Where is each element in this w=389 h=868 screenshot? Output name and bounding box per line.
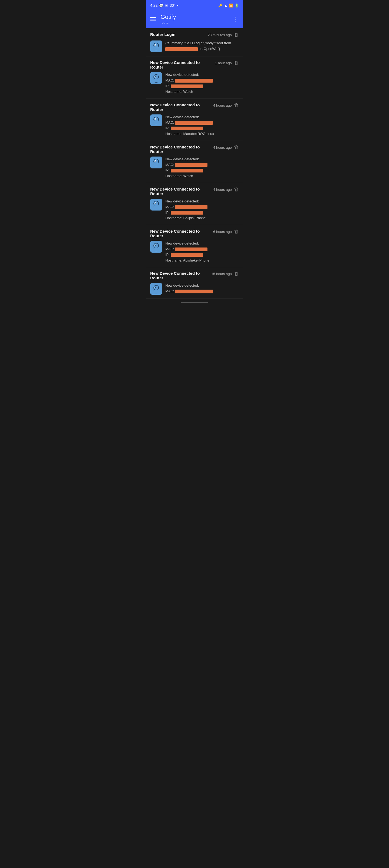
status-right: 🔑 ▲ 📶 🔋	[218, 3, 239, 7]
svg-point-36	[155, 203, 156, 204]
svg-point-28	[155, 161, 156, 161]
status-bar: 4:22 💬 ✉ 30° • 🔑 ▲ 📶 🔋	[146, 0, 243, 11]
notification-title: New Device Connected to Router	[150, 229, 213, 238]
notification-header: New Device Connected to Router 1 hour ag…	[150, 60, 239, 69]
more-options-button[interactable]: ⋮	[233, 16, 239, 22]
home-indicator-bar	[181, 302, 208, 303]
notification-body: {"summary":"SSH Login","body":"root from…	[150, 40, 239, 52]
notification-time: 15 hours ago	[211, 272, 232, 276]
redacted-mac	[175, 163, 207, 167]
dot-indicator: •	[177, 3, 178, 7]
redacted-ip	[171, 169, 203, 173]
app-subtitle: router	[161, 21, 176, 25]
app-icon-avatar	[150, 199, 162, 211]
notification-header: New Device Connected to Router 6 hours a…	[150, 229, 239, 238]
notification-text-device-1: New device detected: MAC: IP: Hostname: …	[165, 72, 239, 94]
notification-time: 4 hours ago	[213, 103, 232, 107]
notification-title: New Device Connected to Router	[150, 145, 213, 154]
notification-text-device-4: New device detected: MAC: IP: Hostname: …	[165, 199, 239, 221]
redacted-mac	[175, 289, 213, 293]
notification-meta: 15 hours ago 🗑	[211, 271, 239, 277]
temperature-display: 30°	[170, 3, 175, 7]
svg-rect-15	[153, 80, 159, 82]
notification-body: New device detected: MAC: IP: Hostname: …	[150, 241, 239, 263]
app-icon-avatar	[150, 115, 162, 126]
notification-header: New Device Connected to Router 4 hours a…	[150, 145, 239, 154]
delete-button[interactable]: 🗑	[234, 32, 239, 38]
app-bar-left: Gotify router	[150, 13, 176, 25]
notification-header: Router Login 23 minutes ago 🗑	[150, 32, 239, 38]
whatsapp-icon: 💬	[159, 3, 163, 7]
redacted-mac	[175, 121, 213, 125]
app-icon-avatar	[150, 283, 162, 295]
notification-card-device-2: New Device Connected to Router 4 hours a…	[146, 99, 243, 141]
app-title: Gotify	[161, 13, 176, 21]
svg-point-20	[155, 119, 156, 119]
redacted-mac	[175, 205, 207, 209]
notification-card-router-login: Router Login 23 minutes ago 🗑	[146, 28, 243, 56]
notification-title: New Device Connected to Router	[150, 60, 215, 69]
app-icon-avatar	[150, 40, 162, 52]
redacted-ip	[171, 127, 203, 130]
notification-card-device-4: New Device Connected to Router 4 hours a…	[146, 183, 243, 225]
notification-text-device-3: New device detected: MAC: IP: Hostname: …	[165, 157, 239, 179]
svg-rect-7	[153, 49, 159, 51]
app-icon-avatar	[150, 72, 162, 84]
notification-time: 6 hours ago	[213, 230, 232, 234]
notification-body: New device detected: MAC: IP: Hostname: …	[150, 115, 239, 137]
notification-card-device-1: New Device Connected to Router 1 hour ag…	[146, 56, 243, 98]
status-left: 4:22 💬 ✉ 30° •	[150, 3, 178, 7]
delete-button[interactable]: 🗑	[234, 229, 239, 235]
app-bar: Gotify router ⋮	[146, 11, 243, 28]
notification-meta: 4 hours ago 🗑	[213, 102, 239, 108]
notification-card-device-3: New Device Connected to Router 4 hours a…	[146, 141, 243, 183]
notification-time: 4 hours ago	[213, 188, 232, 192]
delete-button[interactable]: 🗑	[234, 145, 239, 150]
redacted-ip	[171, 253, 203, 257]
delete-button[interactable]: 🗑	[234, 271, 239, 277]
notification-meta: 23 minutes ago 🗑	[208, 32, 239, 38]
svg-rect-31	[153, 165, 159, 167]
delete-button[interactable]: 🗑	[234, 187, 239, 192]
notification-header: New Device Connected to Router 4 hours a…	[150, 187, 239, 196]
notification-body: New device detected: MAC:	[150, 283, 239, 295]
redacted-ip	[171, 85, 203, 88]
wifi-icon: ▲	[224, 3, 227, 7]
svg-rect-39	[153, 207, 159, 209]
notification-card-device-5: New Device Connected to Router 6 hours a…	[146, 225, 243, 267]
svg-rect-47	[153, 249, 159, 251]
svg-rect-55	[153, 291, 159, 293]
notification-body: New device detected: MAC: IP: Hostname: …	[150, 157, 239, 179]
notification-header: New Device Connected to Router 15 hours …	[150, 271, 239, 280]
delete-button[interactable]: 🗑	[234, 60, 239, 66]
battery-icon: 🔋	[234, 3, 239, 7]
delete-button[interactable]: 🗑	[234, 102, 239, 108]
svg-rect-23	[153, 123, 159, 125]
app-title-group: Gotify router	[161, 13, 176, 25]
svg-point-4	[155, 45, 156, 45]
redacted-ip	[165, 47, 198, 51]
notification-text-device-6: New device detected: MAC:	[165, 283, 239, 294]
notification-title: Router Login	[150, 32, 208, 37]
notification-text-device-2: New device detected: MAC: IP: Hostname: …	[165, 115, 239, 137]
notification-meta: 4 hours ago 🗑	[213, 145, 239, 150]
notification-meta: 1 hour ago 🗑	[215, 60, 239, 66]
app-icon-avatar	[150, 241, 162, 253]
notification-meta: 6 hours ago 🗑	[213, 229, 239, 235]
svg-point-52	[155, 287, 156, 288]
notification-text-device-5: New device detected: MAC: IP: Hostname: …	[165, 241, 239, 263]
notification-body: New device detected: MAC: IP: Hostname: …	[150, 199, 239, 221]
notification-body: New device detected: MAC: IP: Hostname: …	[150, 72, 239, 94]
redacted-mac	[175, 79, 213, 83]
redacted-mac	[175, 248, 207, 251]
notification-card-device-6: New Device Connected to Router 15 hours …	[146, 267, 243, 299]
app-icon-avatar	[150, 157, 162, 168]
home-indicator	[146, 299, 243, 305]
notification-time: 4 hours ago	[213, 146, 232, 150]
signal-icon: 📶	[229, 3, 233, 7]
notification-title: New Device Connected to Router	[150, 187, 213, 196]
notification-title: New Device Connected to Router	[150, 102, 213, 112]
hamburger-menu[interactable]	[150, 17, 156, 21]
notification-meta: 4 hours ago 🗑	[213, 187, 239, 192]
redacted-ip	[171, 211, 203, 215]
